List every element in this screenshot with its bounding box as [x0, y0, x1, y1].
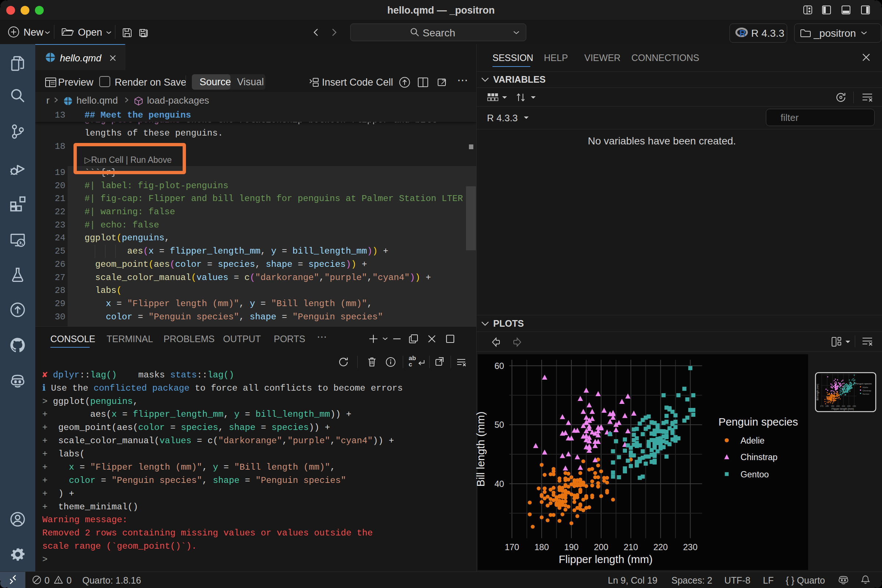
svg-text:Adelie: Adelie	[741, 436, 764, 446]
svg-text:Penguin species: Penguin species	[855, 382, 872, 385]
svg-text:220: 220	[847, 405, 850, 407]
svg-text:190: 190	[831, 405, 834, 407]
svg-text:Adelie: Adelie	[862, 386, 868, 388]
svg-text:230: 230	[683, 542, 698, 552]
svg-text:210: 210	[624, 542, 638, 552]
svg-text:180: 180	[534, 542, 549, 552]
svg-text:200: 200	[836, 405, 840, 407]
svg-text:60: 60	[495, 361, 504, 371]
svg-text:50: 50	[495, 420, 504, 430]
svg-text:230: 230	[853, 405, 856, 407]
svg-text:170: 170	[820, 405, 823, 407]
svg-text:190: 190	[564, 542, 579, 552]
svg-text:Penguin species: Penguin species	[718, 416, 798, 428]
svg-text:170: 170	[505, 542, 519, 552]
svg-text:Bill length (mm): Bill length (mm)	[474, 412, 487, 487]
svg-text:Gentoo: Gentoo	[741, 470, 769, 479]
svg-text:200: 200	[594, 542, 608, 552]
svg-text:40: 40	[495, 479, 504, 489]
svg-text:Bill length (mm): Bill length (mm)	[816, 384, 819, 400]
svg-text:220: 220	[653, 542, 668, 552]
svg-text:Gentoo: Gentoo	[862, 393, 869, 395]
svg-text:Chinstrap: Chinstrap	[862, 390, 872, 392]
svg-text:Flipper length (mm): Flipper length (mm)	[832, 408, 854, 411]
svg-text:210: 210	[842, 405, 845, 407]
svg-text:Flipper length (mm): Flipper length (mm)	[559, 553, 652, 565]
svg-text:Chinstrap: Chinstrap	[741, 452, 778, 462]
svg-text:180: 180	[825, 405, 829, 407]
